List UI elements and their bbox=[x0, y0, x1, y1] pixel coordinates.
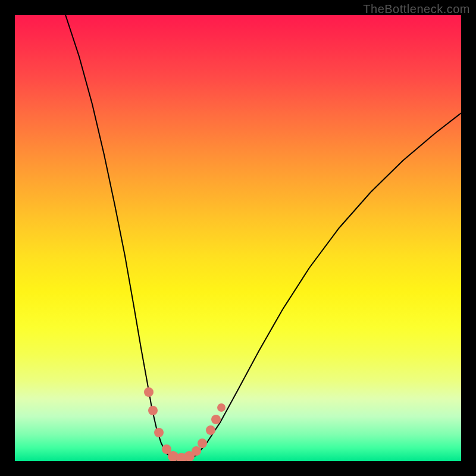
data-marker bbox=[211, 415, 221, 424]
data-marker bbox=[148, 406, 158, 415]
data-markers bbox=[144, 387, 226, 461]
watermark-text: TheBottleneck.com bbox=[363, 2, 470, 16]
data-marker bbox=[154, 428, 164, 437]
data-marker bbox=[192, 446, 201, 456]
chart-frame: TheBottleneck.com bbox=[0, 0, 476, 476]
data-marker bbox=[144, 387, 154, 397]
data-marker bbox=[206, 425, 215, 435]
left-curve bbox=[65, 15, 181, 461]
data-marker bbox=[198, 439, 207, 448]
curve-layer bbox=[15, 15, 461, 461]
plot-area bbox=[15, 15, 461, 461]
data-marker bbox=[217, 403, 226, 412]
